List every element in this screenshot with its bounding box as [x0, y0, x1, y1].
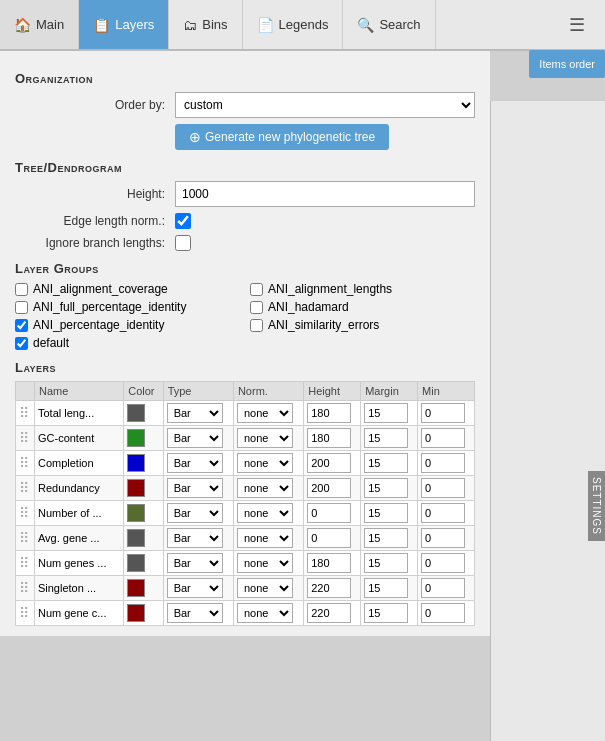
height-field[interactable]	[307, 503, 351, 523]
layer-color[interactable]	[124, 426, 163, 451]
color-swatch[interactable]	[127, 404, 145, 422]
layer-norm[interactable]: none	[233, 426, 303, 451]
drag-handle[interactable]: ⠿	[16, 501, 35, 526]
norm-select[interactable]: none	[237, 578, 293, 598]
type-select[interactable]: Bar	[167, 478, 223, 498]
margin-field[interactable]	[364, 428, 408, 448]
layer-norm[interactable]: none	[233, 576, 303, 601]
layer-margin[interactable]	[361, 551, 418, 576]
drag-handle[interactable]: ⠿	[16, 526, 35, 551]
nav-layers[interactable]: 📋 Layers	[79, 0, 169, 49]
layer-color[interactable]	[124, 526, 163, 551]
norm-select[interactable]: none	[237, 603, 293, 623]
margin-field[interactable]	[364, 503, 408, 523]
min-field[interactable]	[421, 553, 465, 573]
layer-min[interactable]	[418, 576, 475, 601]
group-checkbox-0[interactable]	[15, 283, 28, 296]
layer-color[interactable]	[124, 451, 163, 476]
layer-height[interactable]	[304, 601, 361, 626]
min-field[interactable]	[421, 603, 465, 623]
layer-min[interactable]	[418, 426, 475, 451]
group-checkbox-6[interactable]	[15, 337, 28, 350]
margin-field[interactable]	[364, 578, 408, 598]
height-field[interactable]	[307, 453, 351, 473]
type-select[interactable]: Bar	[167, 428, 223, 448]
margin-field[interactable]	[364, 478, 408, 498]
drag-handle[interactable]: ⠿	[16, 401, 35, 426]
norm-select[interactable]: none	[237, 453, 293, 473]
drag-handle[interactable]: ⠿	[16, 451, 35, 476]
drag-handle[interactable]: ⠿	[16, 601, 35, 626]
norm-select[interactable]: none	[237, 428, 293, 448]
layer-type[interactable]: Bar	[163, 551, 233, 576]
items-order-button[interactable]: Items order	[529, 50, 605, 78]
min-field[interactable]	[421, 503, 465, 523]
layer-type[interactable]: Bar	[163, 601, 233, 626]
group-checkbox-4[interactable]	[15, 319, 28, 332]
layer-margin[interactable]	[361, 401, 418, 426]
drag-handle[interactable]: ⠿	[16, 551, 35, 576]
group-checkbox-1[interactable]	[250, 283, 263, 296]
drag-handle[interactable]: ⠿	[16, 426, 35, 451]
height-field[interactable]	[307, 553, 351, 573]
settings-tab[interactable]: SETTINGS	[588, 471, 605, 541]
layer-margin[interactable]	[361, 476, 418, 501]
height-field[interactable]	[307, 428, 351, 448]
color-swatch[interactable]	[127, 579, 145, 597]
height-field[interactable]	[307, 578, 351, 598]
layer-type[interactable]: Bar	[163, 401, 233, 426]
layer-type[interactable]: Bar	[163, 451, 233, 476]
color-swatch[interactable]	[127, 554, 145, 572]
layer-color[interactable]	[124, 401, 163, 426]
min-field[interactable]	[421, 453, 465, 473]
layer-height[interactable]	[304, 526, 361, 551]
norm-select[interactable]: none	[237, 528, 293, 548]
layer-type[interactable]: Bar	[163, 426, 233, 451]
type-select[interactable]: Bar	[167, 578, 223, 598]
type-select[interactable]: Bar	[167, 553, 223, 573]
norm-select[interactable]: none	[237, 553, 293, 573]
layer-min[interactable]	[418, 501, 475, 526]
layer-height[interactable]	[304, 451, 361, 476]
layer-margin[interactable]	[361, 601, 418, 626]
group-checkbox-2[interactable]	[15, 301, 28, 314]
norm-select[interactable]: none	[237, 478, 293, 498]
layer-type[interactable]: Bar	[163, 526, 233, 551]
min-field[interactable]	[421, 428, 465, 448]
layer-norm[interactable]: none	[233, 601, 303, 626]
order-by-select[interactable]: custom alphabetical numerical	[175, 92, 475, 118]
layer-color[interactable]	[124, 576, 163, 601]
color-swatch[interactable]	[127, 529, 145, 547]
layer-min[interactable]	[418, 476, 475, 501]
margin-field[interactable]	[364, 528, 408, 548]
layer-margin[interactable]	[361, 526, 418, 551]
layer-min[interactable]	[418, 551, 475, 576]
type-select[interactable]: Bar	[167, 528, 223, 548]
margin-field[interactable]	[364, 553, 408, 573]
height-field[interactable]	[307, 403, 351, 423]
hamburger-icon[interactable]: ☰	[559, 14, 595, 36]
nav-legends[interactable]: 📄 Legends	[243, 0, 344, 49]
type-select[interactable]: Bar	[167, 603, 223, 623]
norm-select[interactable]: none	[237, 503, 293, 523]
edge-length-checkbox[interactable]	[175, 213, 191, 229]
layer-height[interactable]	[304, 576, 361, 601]
nav-main[interactable]: 🏠 Main	[0, 0, 79, 49]
layer-norm[interactable]: none	[233, 451, 303, 476]
type-select[interactable]: Bar	[167, 503, 223, 523]
layer-norm[interactable]: none	[233, 401, 303, 426]
layer-min[interactable]	[418, 601, 475, 626]
layer-margin[interactable]	[361, 576, 418, 601]
norm-select[interactable]: none	[237, 403, 293, 423]
layer-margin[interactable]	[361, 451, 418, 476]
ignore-branch-checkbox[interactable]	[175, 235, 191, 251]
layer-color[interactable]	[124, 476, 163, 501]
layer-margin[interactable]	[361, 426, 418, 451]
color-swatch[interactable]	[127, 454, 145, 472]
margin-field[interactable]	[364, 453, 408, 473]
color-swatch[interactable]	[127, 429, 145, 447]
type-select[interactable]: Bar	[167, 453, 223, 473]
layer-margin[interactable]	[361, 501, 418, 526]
drag-handle[interactable]: ⠿	[16, 576, 35, 601]
height-field[interactable]	[307, 603, 351, 623]
